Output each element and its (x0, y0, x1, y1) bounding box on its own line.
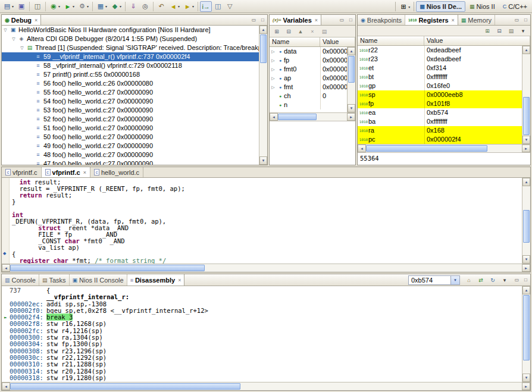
external-tools-icon[interactable]: ⚙▾ (76, 1, 90, 12)
search-icon[interactable]: ◎ (139, 1, 151, 12)
registers-vertical-scrollbar[interactable]: ▲ ▼ (522, 46, 530, 144)
tree-expander-icon[interactable]: ▷ (270, 56, 277, 65)
debug-tree-item[interactable]: ≡59 __vfprintf_internal_r() vfprintf.c:7… (2, 52, 259, 61)
close-icon[interactable]: × (178, 277, 181, 283)
debug-tree-item[interactable]: ≡48 foo() hello_world.c:27 0x00000090 (2, 150, 259, 159)
scroll-track[interactable] (259, 34, 267, 156)
scroll-up-icon[interactable]: ▲ (522, 178, 530, 186)
perspective-button-nios-ii-de[interactable]: ▦Nios II De... (416, 1, 465, 12)
editor-vertical-scrollbar[interactable]: ▲ ▼ (522, 178, 530, 264)
variable-row[interactable]: ▷●fp0x00000d8 (270, 56, 347, 65)
debug-tree-item[interactable]: ≡58 _vfprintf_internal() vfprintf.c:729 … (2, 61, 259, 70)
code-editor[interactable]: int result; result = _VFPRINTF_R (_REENT… (10, 178, 522, 264)
debug-tree-item[interactable]: ≡47 foo() hello_world.c:27 0x00000090 (2, 159, 259, 165)
register-row[interactable]: 1010pc0x000002f4 (358, 135, 522, 144)
scroll-track[interactable] (348, 55, 355, 104)
run-icon[interactable]: ►▾ (62, 1, 76, 12)
scroll-track[interactable] (10, 264, 522, 272)
view-menu-icon[interactable]: ▾ (518, 26, 528, 36)
scroll-right-icon[interactable]: ► (522, 264, 530, 272)
perspective-button-nios-ii[interactable]: ▦Nios II (466, 1, 499, 12)
back-icon[interactable]: ◄▾ (167, 1, 181, 12)
debug-vertical-scrollbar[interactable]: ▲ ▼ (259, 26, 267, 165)
show-logical-structures-icon[interactable]: ⊟ (283, 27, 294, 36)
scroll-down-icon[interactable]: ▼ (348, 104, 355, 112)
register-row[interactable]: 1010bt0xffffffff (358, 73, 522, 81)
debug-tree-item[interactable]: ≡51 foo() hello_world.c:27 0x00000090 (2, 124, 259, 133)
debug-tree-item[interactable]: ▽▤Thread [1] (Suspended: Signal 'SIGTRAP… (2, 43, 259, 52)
editor-tab-vfprintf-c[interactable]: cvfprintf.c (2, 167, 42, 177)
variable-row[interactable]: ●n (270, 101, 347, 109)
register-row[interactable]: 1010ba0xffffffff (358, 117, 522, 126)
debug-icon[interactable]: ◉▾ (48, 1, 62, 12)
scroll-up-icon[interactable]: ▲ (522, 46, 530, 54)
remove-icon[interactable]: × (307, 27, 318, 36)
save-icon[interactable]: ▣ (15, 1, 27, 12)
scroll-track[interactable] (278, 113, 347, 121)
remove-all-icon[interactable]: ▤ (319, 27, 330, 36)
minimize-icon[interactable]: ▭ (512, 17, 521, 23)
tab-tasks[interactable]: ▤Tasks (39, 274, 70, 286)
scroll-down-icon[interactable]: ▼ (522, 374, 530, 382)
view-menu-icon[interactable]: ▾ (499, 275, 510, 285)
collapse-all-icon[interactable]: ▲ (295, 27, 306, 36)
scroll-thumb[interactable] (348, 56, 355, 83)
perspective-button-c-c[interactable]: CC/C++ (499, 1, 531, 12)
open-perspective-button[interactable]: ⊞ ▾ (398, 1, 412, 12)
scroll-thumb[interactable] (10, 383, 240, 390)
editor-horizontal-scrollbar[interactable]: ◄ ► (2, 264, 530, 272)
debug-tree-item[interactable]: ≡52 foo() hello_world.c:27 0x00000090 (2, 115, 259, 124)
home-icon[interactable]: ⌂ (464, 275, 474, 285)
flash-programmer-icon[interactable]: ⇓ (127, 1, 139, 12)
scroll-up-icon[interactable]: ▲ (348, 47, 355, 55)
variables-vertical-scrollbar[interactable]: ▲ ▼ (347, 47, 355, 112)
scroll-left-icon[interactable]: ◄ (270, 113, 278, 121)
tab-variables[interactable]: (x)= Variables × (270, 15, 321, 25)
print-icon[interactable]: ◫ (32, 1, 43, 12)
scroll-track[interactable] (366, 145, 522, 152)
variable-row[interactable]: ▷●fmt0x00000 (270, 83, 347, 92)
minimize-icon[interactable]: ▭ (512, 277, 521, 283)
forward-icon[interactable]: ►▾ (181, 1, 196, 12)
scroll-left-icon[interactable]: ◄ (358, 145, 366, 152)
scroll-thumb[interactable] (523, 210, 530, 243)
layout-icon[interactable]: ▤ (506, 26, 517, 36)
scroll-thumb[interactable] (278, 114, 317, 120)
close-icon[interactable]: × (83, 170, 86, 175)
maximize-icon[interactable]: □ (521, 277, 530, 283)
address-combo[interactable]: 0xb574 ▼ (408, 275, 460, 285)
column-header-name[interactable]: Name (270, 37, 320, 46)
debug-tree-item[interactable]: ≡55 foo() hello_world.c:27 0x00000090 (2, 88, 259, 97)
scroll-right-icon[interactable]: ► (347, 113, 355, 121)
scroll-thumb[interactable] (523, 97, 530, 135)
registers-horizontal-scrollbar[interactable]: ◄ ► (358, 144, 530, 152)
debug-tree-item[interactable]: ≡54 foo() hello_world.c:27 0x00000090 (2, 97, 259, 106)
last-edit-location-icon[interactable]: ↶ (155, 1, 167, 12)
debug-tree-item[interactable]: ≡56 foo() hello_world.c:26 0x00000080 (2, 79, 259, 88)
maximize-icon[interactable]: □ (346, 17, 355, 23)
variable-row[interactable]: ▷●data0x00000d4 (270, 47, 347, 56)
scroll-track[interactable] (522, 54, 530, 136)
column-header-value[interactable]: Value (320, 37, 355, 46)
scroll-thumb[interactable] (260, 35, 267, 63)
tree-expander-icon[interactable]: ▽ (18, 43, 26, 52)
scroll-up-icon[interactable]: ▲ (522, 286, 530, 294)
scroll-down-icon[interactable]: ▼ (522, 255, 530, 264)
register-row[interactable]: 1010et0xf314 (358, 64, 522, 73)
show-type-names-icon[interactable]: ⊞ (482, 26, 493, 36)
column-header-value[interactable]: Value (424, 36, 530, 45)
close-icon[interactable]: × (452, 17, 455, 23)
scroll-track[interactable] (522, 186, 530, 255)
minimize-icon[interactable]: ▭ (249, 17, 258, 23)
tree-expander-icon[interactable]: ▷ (270, 65, 277, 74)
show-type-names-icon[interactable]: ⊞ (271, 27, 282, 36)
variable-row[interactable]: ▷●fmt00x00000d1 (270, 65, 347, 74)
close-icon[interactable]: × (315, 17, 318, 23)
register-row[interactable]: 1010gp0x16fe0 (358, 81, 522, 90)
pin-view-icon[interactable]: ▽ (224, 1, 236, 12)
register-row[interactable]: 1010r220xdeadbeef (358, 46, 522, 55)
combo-dropdown-icon[interactable]: ▼ (450, 276, 459, 284)
debug-tree-item[interactable]: ≡49 foo() hello_world.c:27 0x00000090 (2, 142, 259, 150)
register-row[interactable]: 1010ea0xb574 (358, 108, 522, 117)
variables-horizontal-scrollbar[interactable]: ◄ ► (270, 112, 355, 121)
